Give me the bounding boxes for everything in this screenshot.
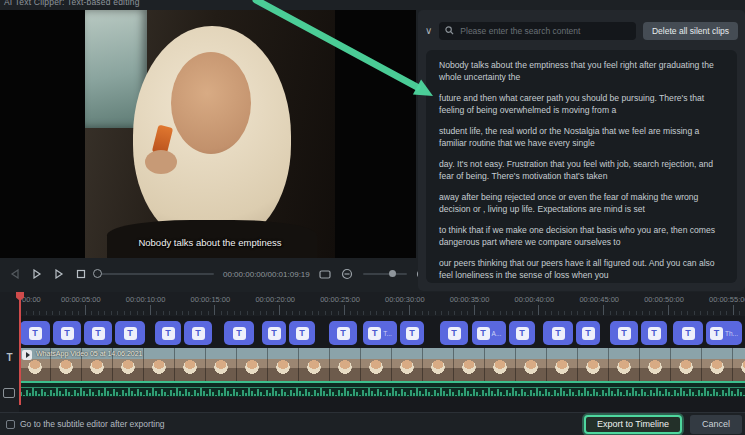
export-to-timeline-button[interactable]: Export to Timeline — [584, 415, 682, 434]
waveform-bar — [218, 390, 220, 396]
waveform-bar — [32, 388, 34, 396]
person-face — [171, 52, 251, 154]
ruler-label[interactable]: 00:00 — [22, 295, 41, 304]
text-clip[interactable]: T — [509, 321, 535, 345]
text-clip[interactable]: T — [329, 321, 357, 345]
waveform-bar — [617, 389, 619, 396]
text-clip[interactable]: T — [289, 321, 315, 345]
stop-icon[interactable] — [74, 268, 87, 281]
delete-silent-clips-button[interactable]: Delete all silent clips — [643, 22, 738, 40]
waveform-bar — [434, 390, 436, 396]
transcript-paragraph[interactable]: day. It's not easy. Frustration that you… — [439, 159, 724, 182]
waveform-bar — [527, 395, 529, 396]
waveform-bar — [686, 394, 688, 396]
search-input[interactable] — [458, 25, 630, 37]
waveform-bar — [332, 392, 334, 396]
transcript-paragraph[interactable]: away after being rejected once or even t… — [439, 192, 724, 215]
cancel-button[interactable]: Cancel — [690, 415, 742, 434]
timeline-ruler[interactable]: 00:0000:00:05:0000:00:10:0000:00:15:0000… — [0, 292, 745, 316]
ruler-label[interactable]: 00:00:30:00 — [385, 295, 425, 304]
text-clip[interactable]: T — [400, 321, 424, 345]
ruler-label[interactable]: 00:00:05:00 — [61, 295, 101, 304]
waveform-bar — [320, 388, 322, 396]
waveform-bar — [668, 392, 670, 396]
footer-bar: Go to the subtitle editor after exportin… — [0, 412, 745, 435]
waveform-bar — [194, 390, 196, 396]
waveform-bar — [137, 389, 139, 396]
text-clip-badge: T — [268, 327, 281, 340]
waveform-bar — [401, 389, 403, 396]
text-clip[interactable]: T — [440, 321, 468, 345]
transcript-paragraph[interactable]: future and then what career path you sho… — [439, 93, 724, 116]
waveform-bar — [677, 393, 679, 396]
waveform-bar — [146, 390, 148, 396]
playhead[interactable] — [19, 292, 21, 405]
text-clip[interactable]: T — [641, 321, 667, 345]
ruler-label[interactable]: 00:00:10:00 — [126, 295, 166, 304]
text-clip[interactable]: T — [115, 321, 145, 345]
waveform-bar — [110, 394, 112, 396]
waveform-bar — [266, 390, 268, 396]
text-clip[interactable]: T — [20, 321, 50, 345]
search-box[interactable] — [439, 22, 636, 40]
subtitle-editor-checkbox[interactable] — [6, 420, 15, 429]
text-clip[interactable]: TT... — [363, 321, 397, 345]
text-clip[interactable]: TA... — [472, 321, 506, 345]
waveform-bar — [272, 388, 274, 396]
text-clip[interactable]: T — [673, 321, 703, 345]
waveform-bar — [221, 393, 223, 396]
progress-slider[interactable] — [96, 273, 214, 275]
text-clip[interactable]: T — [610, 321, 638, 345]
ruler-label[interactable]: 00:00:20:00 — [255, 295, 295, 304]
clip-gap — [424, 321, 440, 345]
chevron-down-icon[interactable]: ∨ — [425, 26, 432, 36]
transcript-paragraph[interactable]: our peers thinking that our peers have i… — [439, 258, 724, 281]
zoom-knob[interactable] — [389, 270, 396, 277]
waveform-bar — [29, 393, 31, 396]
zoom-out-icon[interactable] — [341, 268, 354, 281]
aspect-ratio-icon[interactable] — [319, 268, 332, 281]
waveform-bar — [71, 395, 73, 396]
waveform-bar — [239, 395, 241, 396]
prev-frame-icon[interactable] — [8, 268, 21, 281]
waveform-bar — [344, 388, 346, 396]
waveform-bar — [338, 390, 340, 396]
ruler-label[interactable]: 00:00:40:00 — [515, 295, 555, 304]
text-clip[interactable]: T — [184, 321, 212, 345]
waveform-bar — [644, 392, 646, 396]
text-clip[interactable]: T — [155, 321, 181, 345]
video-thumbnail — [237, 348, 268, 381]
ruler-label[interactable]: 00:00:50:00 — [644, 295, 684, 304]
text-clip[interactable]: T — [53, 321, 81, 345]
text-clip[interactable]: T — [543, 321, 573, 345]
text-clip[interactable]: T — [224, 321, 254, 345]
transcript-paragraph[interactable]: to think that if we make one decision th… — [439, 225, 724, 248]
waveform-bar — [278, 394, 280, 396]
waveform-bar — [227, 391, 229, 396]
text-clip[interactable]: T — [262, 321, 286, 345]
waveform-bar — [299, 391, 301, 396]
transcript-paragraph[interactable]: student life, the real world or the Nost… — [439, 126, 724, 149]
ruler-label[interactable]: 00:00:15:00 — [191, 295, 231, 304]
ruler-label[interactable]: 00:00:35:00 — [450, 295, 490, 304]
waveform-bar — [245, 393, 247, 396]
text-clip[interactable]: T — [84, 321, 112, 345]
clip-play-badge[interactable] — [22, 350, 32, 360]
audio-waveform-track[interactable] — [20, 381, 745, 397]
ruler-label[interactable]: 00:00:55:00 — [709, 295, 745, 304]
waveform-bar — [467, 391, 469, 396]
text-clip[interactable]: T — [576, 321, 600, 345]
waveform-bar — [317, 393, 319, 396]
waveform-bar — [479, 395, 481, 396]
ruler-label[interactable]: 00:00:25:00 — [320, 295, 360, 304]
transcript-paragraph[interactable]: Nobody talks about the emptiness that yo… — [439, 60, 724, 83]
progress-knob[interactable] — [93, 269, 102, 278]
waveform-bar — [566, 394, 568, 396]
text-clip[interactable]: TTh... — [706, 321, 742, 345]
next-frame-icon[interactable] — [52, 268, 65, 281]
play-icon[interactable] — [30, 268, 43, 281]
ruler-label[interactable]: 00:00:45:00 — [579, 295, 619, 304]
text-clip-badge: T — [516, 327, 529, 340]
zoom-slider[interactable] — [363, 273, 407, 275]
text-clip-badge: T — [368, 327, 381, 340]
